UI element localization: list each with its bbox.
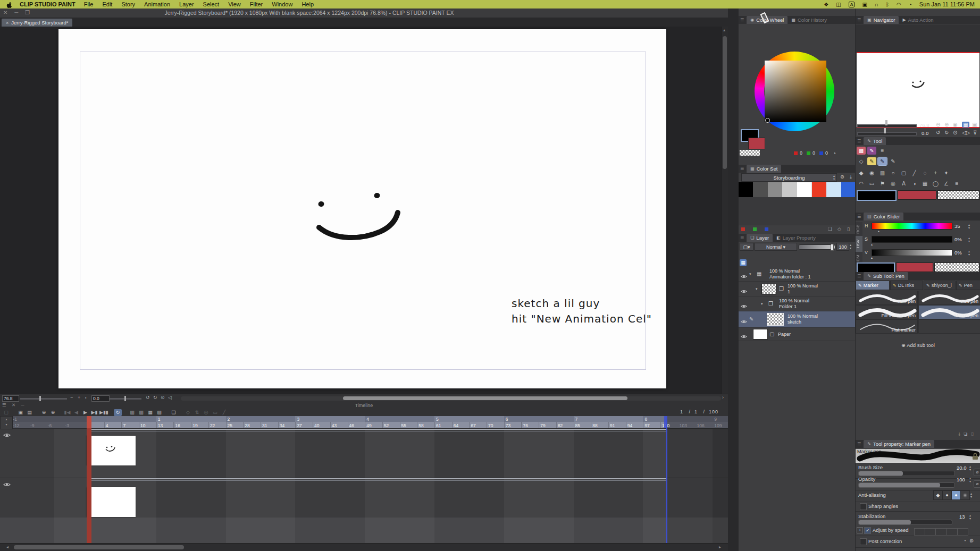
thumbnail-toggle[interactable]: ▢▾ [740,243,753,251]
enable-keyframe-icon[interactable]: ◇ [184,409,192,416]
sub-tool-footer-icons[interactable]: ⤓❏▯ [958,431,977,437]
palette-menu-icon[interactable]: ☰ [857,18,861,22]
layer-visibility-eye-icon[interactable] [741,272,747,281]
timeline-track-paper[interactable] [0,518,728,543]
layer-visibility-eye-icon[interactable] [741,317,747,326]
document-tab[interactable]: × Jerry-Rigged Storyboard* [2,19,72,27]
scroll-up-icon[interactable]: ▴ [723,28,725,32]
track1-cel-bar[interactable] [87,429,666,430]
canvas-hscroll-thumb[interactable] [343,396,627,400]
layer-expand-arrow-icon[interactable]: ▾ [761,302,763,306]
transparent-color-swatch[interactable] [740,150,760,156]
opacity-value[interactable]: 100 [836,243,849,251]
sub-color-swatch[interactable] [748,138,765,149]
rotate-ccw-icon[interactable]: ↺ [146,395,150,400]
subtool-item-felt-pen[interactable]: Felt pen [918,291,980,305]
tab-sub-tool[interactable]: ✎Sub Tool: Pen [864,272,908,280]
marker-tool-icon[interactable]: ✎ [878,157,887,165]
opacity-dynamics-icon[interactable]: ⌀ [974,480,980,488]
color-swatch-4f4f4f[interactable] [753,182,767,197]
brush-size-stepper[interactable]: ▴▾ [969,465,971,471]
aa-medium-button[interactable]: ● [951,490,961,500]
apple-icon[interactable] [6,1,12,8]
layer-row-animation-folder-1[interactable]: ▾▦100 % NormalAnimation folder : 1 [739,267,856,282]
nav-reset-rotate-icon[interactable]: ⊙ [953,130,957,135]
menu-help[interactable]: Help [301,1,314,7]
fill-tool-icon[interactable]: ◆ [857,169,866,177]
camera-icon[interactable]: ◎ [202,409,210,416]
nav-zoom-in-icon[interactable]: ⊕ [944,122,949,128]
keyframe-stepper-icon[interactable]: ⇅ [193,409,201,416]
tab-color-history[interactable]: ▦Color History [788,16,830,24]
color-swatch-c9c9c9[interactable] [782,182,797,197]
timeline-scroll-thumb[interactable] [14,545,184,549]
aa-none-button[interactable]: ◆ [933,490,943,500]
timeline-scroll-right-icon[interactable]: ▸ [719,545,721,549]
zoom-tool-icon[interactable]: ○ [889,169,898,177]
layer-expand-arrow-icon[interactable]: ▾ [749,272,751,276]
color-swatch-cfe6f8[interactable] [826,182,841,197]
flip-view-icon[interactable]: ◁ [168,395,172,400]
menu-view[interactable]: View [228,1,241,7]
palette-menu-icon[interactable]: ☰ [857,442,861,446]
saturation-value[interactable]: 0% [954,236,962,242]
value-slider[interactable] [872,249,952,256]
saturation-stepper[interactable]: ▴▾ [968,236,970,243]
replace-color-icon[interactable]: ◇ [837,226,841,232]
stabilization-stepper[interactable]: ▴▾ [969,514,971,520]
hue-stepper[interactable]: ▴▾ [968,223,970,230]
ruler-stepper[interactable]: ▴▾ [0,416,13,429]
opacity-slider-tp[interactable] [858,482,955,488]
lock-icon[interactable] [972,453,978,460]
new-animation-cel-icon[interactable]: ▥ [128,409,136,416]
menu-filter[interactable]: Filter [250,1,263,7]
import-color-set-icon[interactable]: ⤓ [847,173,855,181]
scroll-right-icon[interactable]: › [722,395,724,400]
nav-fullscreen-icon[interactable]: ▣ [972,122,977,128]
timeline-scroll-left-icon[interactable]: ◂ [6,545,9,549]
subtool-tab-pen[interactable]: ✎Pen [956,281,980,290]
delete-cel-icon[interactable]: ▧ [155,409,163,416]
stabilization-value[interactable]: 13 [959,514,965,520]
timeline-list-icon[interactable]: ▢ [2,409,10,416]
menu-edit[interactable]: Edit [102,1,112,7]
sv-marker[interactable] [765,118,770,123]
palette-menu-icon[interactable]: ☰ [857,214,861,219]
aa-weak-button[interactable]: ● [942,490,952,500]
eraser-tool-icon[interactable]: ◇ [857,157,866,165]
ruler-seconds-row[interactable]: -1123456789 [0,416,728,422]
go-end-icon[interactable]: ▶▮▮ [99,409,107,416]
menu-layer[interactable]: Layer [179,1,194,7]
input-source-icon[interactable]: A [849,2,855,7]
color-swatch-ea3b23[interactable] [812,182,826,197]
value-value[interactable]: 0% [954,250,962,256]
color-set-empty-area[interactable] [739,197,856,225]
layer-expand-arrow-icon[interactable]: ▾ [756,287,758,291]
time-machine-icon[interactable]: ◔ [909,2,912,7]
screenshot-icon[interactable]: ▣ [862,2,867,7]
color-swatch-8b8b8b[interactable] [768,182,782,197]
tab-color-set[interactable]: ▦Color Set [747,165,781,173]
tab-close-icon[interactable]: × [6,20,9,26]
play-icon[interactable]: ▶ [81,409,89,416]
nav-fit-window-icon[interactable]: ▦ [962,122,969,128]
layer-row-folder-1[interactable]: ▾❐100 % NormalFolder 1 [739,297,856,311]
tool-property-footer-icons[interactable]: ◔⚙ [963,538,977,544]
transparent-color-bar[interactable] [937,190,979,200]
adjust-by-speed-checkbox[interactable]: ✓ [864,527,871,534]
nav-rotate-cw-icon[interactable]: ↻ [944,130,949,135]
color-swatch-2e63d8[interactable] [841,182,856,197]
blue-mini-swatch[interactable] [765,227,768,231]
add-timeline-icon[interactable]: ▤ [26,409,33,416]
screentone-tool-icon[interactable]: ▩ [857,147,866,155]
sub-color-bar[interactable] [898,190,936,200]
opacity-stepper[interactable]: ▴▾ [850,243,851,250]
layer-row-paper[interactable]: ▢Paper [739,328,856,341]
layer-visibility-eye-icon[interactable] [741,301,747,311]
track2-visibility-eye-icon[interactable] [3,480,11,489]
brush-size-value[interactable]: 20.0 [957,465,967,471]
layer-palette-view-icon[interactable]: ▦ [740,259,747,266]
brush-preview[interactable]: Marker pen [856,449,980,463]
operation-tool-icon[interactable]: ◠ [857,180,866,188]
zoom-out-button[interactable]: − [70,395,73,400]
